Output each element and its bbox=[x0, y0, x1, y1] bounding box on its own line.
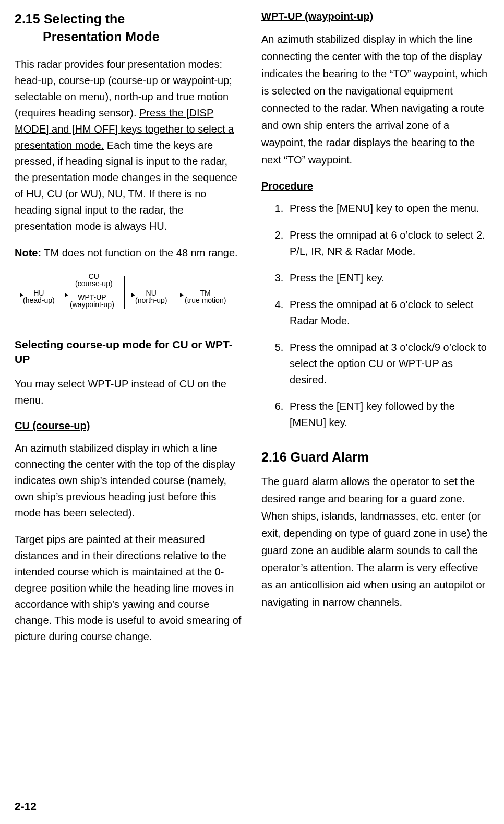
diagram-node-wpt: WPT-UP (waypoint-up) bbox=[70, 293, 114, 308]
cu-intro-paragraph: You may select WPT-UP instead of CU on t… bbox=[15, 376, 243, 408]
procedure-step: Press the [ENT] key followed by the [MEN… bbox=[286, 398, 489, 431]
page-number: 2-12 bbox=[15, 800, 37, 813]
diagram-node-tm: TM (true motion) bbox=[185, 289, 226, 304]
cu-paragraph-1: An azimuth stabilized display in which a… bbox=[15, 440, 243, 521]
diagram-hu-title: HU bbox=[23, 289, 55, 297]
left-column: 2.15 Selecting the Presentation Mode Thi… bbox=[15, 9, 243, 655]
diagram-nu-sub: (north-up) bbox=[135, 297, 167, 304]
intro-paragraph: This radar provides four presentation mo… bbox=[15, 56, 243, 234]
procedure-step: Press the [ENT] key. bbox=[286, 270, 489, 286]
procedure-list: Press the [MENU] key to open the menu. P… bbox=[261, 201, 489, 431]
right-column: WPT-UP (waypoint-up) An azimuth stabiliz… bbox=[261, 9, 489, 655]
page: 2.15 Selecting the Presentation Mode Thi… bbox=[0, 0, 504, 824]
cu-paragraph-2: Target pips are painted at their measure… bbox=[15, 532, 243, 645]
intro-text-b: Each time the keys are pressed, if headi… bbox=[15, 139, 237, 232]
diagram-node-cu: CU (course-up) bbox=[75, 273, 113, 287]
procedure-step: Press the [MENU] key to open the menu. bbox=[286, 201, 489, 217]
diagram-nu-title: NU bbox=[135, 289, 167, 297]
bracket-right-icon bbox=[119, 276, 125, 309]
note-paragraph: Note: TM does not function on the 48 nm … bbox=[15, 245, 243, 261]
arrow-icon bbox=[125, 295, 135, 295]
procedure-step: Press the omnipad at 3 o’clock/9 o’clock… bbox=[286, 339, 489, 388]
section-heading-2-15: 2.15 Selecting the Presentation Mode bbox=[15, 10, 243, 46]
subheading-wpt: WPT-UP (waypoint-up) bbox=[261, 10, 489, 22]
diagram-cu-title: CU bbox=[75, 273, 113, 280]
subheading-cu: CU (course-up) bbox=[15, 420, 243, 432]
section-title-line1: Selecting the bbox=[44, 11, 125, 26]
arrow-icon bbox=[173, 295, 183, 295]
diagram-hu-sub: (head-up) bbox=[23, 297, 55, 304]
diagram-tm-title: TM bbox=[185, 289, 226, 297]
diagram-wpt-sub: (waypoint-up) bbox=[70, 301, 114, 308]
diagram-node-hu: HU (head-up) bbox=[23, 289, 55, 304]
diagram-cu-sub: (course-up) bbox=[75, 280, 113, 287]
guard-alarm-paragraph: The guard alarm allows the operator to s… bbox=[261, 473, 489, 611]
arrow-icon bbox=[17, 295, 23, 295]
note-label: Note: bbox=[15, 247, 41, 258]
procedure-step: Press the omnipad at 6 o’clock to select… bbox=[286, 297, 489, 329]
diagram-node-nu: NU (north-up) bbox=[135, 289, 167, 304]
subheading-procedure: Procedure bbox=[261, 180, 489, 192]
section-number: 2.15 bbox=[15, 11, 40, 26]
subheading-selecting-cu: Selecting course-up mode for CU or WPT-U… bbox=[15, 337, 243, 367]
mode-sequence-diagram: HU (head-up) CU (course-up) WPT-UP (wayp… bbox=[13, 272, 237, 316]
note-body: TM does not function on the 48 nm range. bbox=[41, 247, 238, 258]
section-title-line2: Presentation Mode bbox=[15, 28, 243, 46]
two-column-layout: 2.15 Selecting the Presentation Mode Thi… bbox=[15, 9, 489, 655]
arrow-icon bbox=[58, 295, 68, 295]
diagram-tm-sub: (true motion) bbox=[185, 297, 226, 304]
procedure-step: Press the omnipad at 6 o’clock to select… bbox=[286, 227, 489, 260]
section-heading-2-16: 2.16 Guard Alarm bbox=[261, 450, 489, 465]
diagram-wpt-title: WPT-UP bbox=[70, 293, 114, 301]
wpt-paragraph: An azimuth stabilized display in which t… bbox=[261, 31, 489, 169]
